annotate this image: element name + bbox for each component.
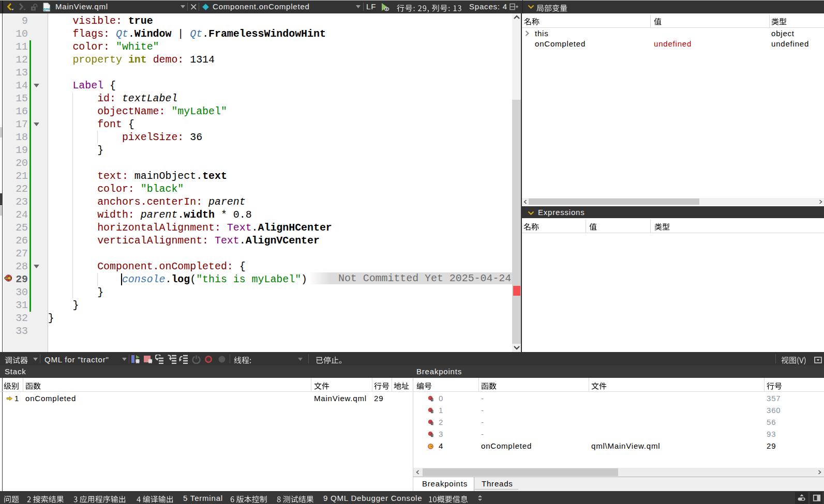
svg-text:qml: qml <box>43 7 50 11</box>
